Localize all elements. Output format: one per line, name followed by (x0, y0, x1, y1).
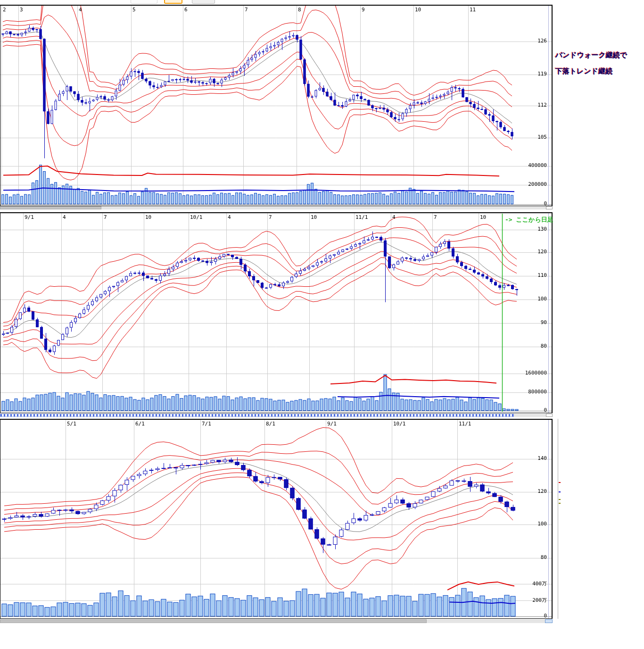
toolbar-button-partial-1[interactable] (131, 0, 157, 4)
bandwalk-annotation: バンドウォーク継続で 下落トレンド継続 (555, 47, 627, 79)
bandwalk-annotation-line1: バンドウォーク継続で (555, 47, 627, 63)
x-axis-tick-label: 3 (20, 7, 23, 13)
clipped-legend-olive-mark (559, 499, 561, 500)
y-axis-tick-label: 400000 (514, 162, 547, 168)
y-axis-tick-label: 120 (514, 249, 547, 255)
bandwalk-annotation-line2: 下落トレンド継続 (555, 63, 627, 79)
x-axis-tick-label: 10/1 (190, 214, 203, 220)
chart-panel-daily: 5/16/17/18/19/110/111/114012010080400万20… (0, 419, 553, 619)
y-axis-tick-label: 126 (514, 38, 547, 44)
horizontal-scrollbar-3[interactable] (0, 619, 553, 623)
x-axis-tick-label: 11/1 (459, 421, 471, 427)
x-axis-tick-label: 7 (104, 214, 107, 220)
x-axis-tick-label: 10 (480, 214, 486, 220)
x-axis-tick-label: 10 (311, 214, 317, 220)
x-axis-tick-label: 8/1 (266, 421, 275, 427)
x-axis-tick-label: 8 (298, 7, 301, 13)
x-axis-tick-label: 4 (228, 214, 231, 220)
horizontal-scrollbar-1[interactable] (0, 206, 553, 209)
y-axis-tick-label: 80 (514, 554, 547, 560)
y-axis-tick-label: 140 (514, 455, 547, 461)
y-axis-tick-label: 100 (514, 296, 547, 302)
y-axis-tick-label: 105 (514, 134, 547, 140)
scrollbar-thumb-dashed[interactable] (0, 414, 514, 417)
x-axis-tick-label: 7 (434, 214, 437, 220)
y-axis-tick-label: 800000 (514, 389, 547, 395)
y-axis-tick-label: 130 (514, 226, 547, 232)
scrollbar-button[interactable] (546, 414, 553, 417)
x-axis-tick-label: 7 (269, 214, 272, 220)
y-axis-tick-label: 200万 (514, 597, 547, 604)
toolbar-button-partial-2[interactable] (164, 0, 182, 4)
chart-panel-monthly: 2345678910111261191121054000002000000 (0, 5, 553, 206)
clipped-legend-olive-mark (559, 503, 561, 504)
x-axis-tick-label: 7/1 (202, 421, 211, 427)
y-axis-tick-label: 90 (514, 319, 547, 325)
scrollbar-button[interactable] (546, 206, 553, 209)
y-axis-tick-label: 110 (514, 272, 547, 278)
x-axis-tick-label: 4 (392, 214, 396, 220)
clipped-legend-red-mark (559, 482, 561, 483)
x-axis-tick-label: 10 (415, 7, 421, 13)
horizontal-scrollbar-2[interactable] (0, 414, 553, 417)
y-axis-tick-label: 120 (514, 488, 547, 494)
y-axis-tick-label: 1600000 (514, 370, 547, 376)
candlestick-chart-canvas-monthly[interactable] (0, 6, 552, 206)
scrollbar-thumb[interactable] (0, 619, 427, 623)
x-axis-tick-label: 9/1 (25, 214, 34, 220)
x-axis-tick-label: 4 (79, 7, 82, 13)
y-axis-tick-label: 100 (514, 521, 547, 527)
x-axis-tick-label: 11/1 (355, 214, 368, 220)
x-axis-tick-label: 6 (184, 7, 188, 13)
y-axis-tick-label: 0 (514, 407, 547, 413)
x-axis-tick-label: 11 (470, 7, 476, 13)
clipped-window-edge (556, 419, 561, 619)
scrollbar-button[interactable] (545, 619, 553, 623)
y-axis-tick-label: 80 (514, 343, 547, 349)
y-axis-tick-label: 200000 (514, 181, 547, 187)
daily-from-here-annotation: -> ここから日足 (505, 216, 553, 224)
toolbar-button-partial-3[interactable] (192, 0, 215, 4)
x-axis-tick-label: 10 (145, 214, 151, 220)
clipped-legend-blue-mark (559, 491, 561, 492)
x-axis-tick-label: 4 (63, 214, 66, 220)
charting-app-screen: 2345678910111261191121054000002000000 9/… (0, 0, 644, 649)
y-axis-tick-label: 0 (514, 613, 547, 619)
clipped-window-border (558, 419, 558, 619)
x-axis-tick-label: 10/1 (393, 421, 406, 427)
chart-panel-hourly: 9/1471010/1471011/1471013012011010090801… (0, 212, 553, 413)
x-axis-tick-label: 9/1 (327, 421, 337, 427)
x-axis-tick-label: 5 (132, 7, 136, 13)
x-axis-tick-label: 7 (245, 7, 248, 13)
y-axis-tick-label: 119 (514, 71, 547, 77)
candlestick-chart-canvas-daily[interactable] (0, 420, 552, 618)
candlestick-chart-canvas-hourly[interactable] (0, 213, 552, 413)
y-axis-tick-label: 400万 (514, 580, 547, 587)
x-axis-tick-label: 2 (3, 7, 6, 13)
x-axis-tick-label: 5/1 (67, 421, 76, 427)
x-axis-tick-label: 9 (362, 7, 365, 13)
y-axis-tick-label: 112 (514, 102, 547, 108)
x-axis-tick-label: 6/1 (135, 421, 145, 427)
scrollbar-thumb[interactable] (0, 206, 101, 209)
